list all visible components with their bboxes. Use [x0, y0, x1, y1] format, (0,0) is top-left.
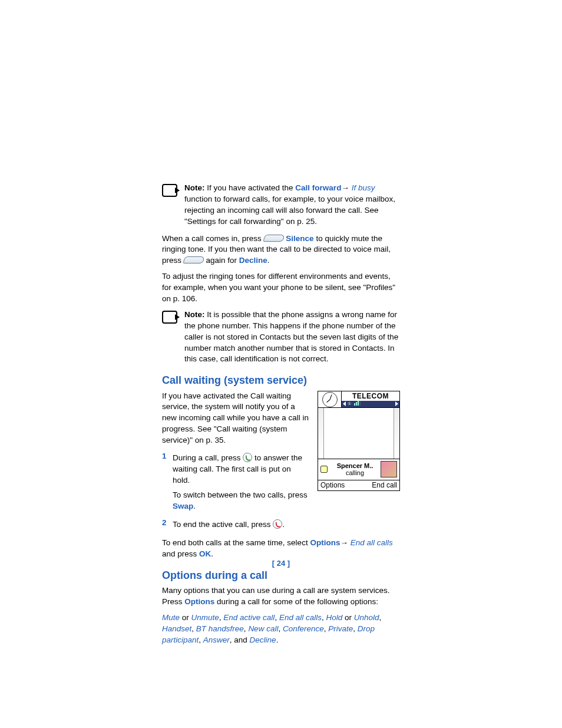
decline-link[interactable]: Decline	[239, 256, 267, 265]
step-1: 1 During a call, press to answer the wai…	[162, 451, 309, 515]
end-both-calls: To end both calls at the same time, sele…	[162, 538, 400, 560]
call-waiting-section: TELECOM ① Spencer M.. calling	[162, 391, 400, 538]
page-content: Note: If you have activated the Call for…	[162, 183, 400, 646]
option-hold[interactable]: Hold	[326, 613, 342, 622]
softkey-left[interactable]: Options	[320, 480, 345, 490]
call-status-icon	[320, 466, 328, 473]
caller-row: Spencer M.. calling	[318, 459, 399, 480]
heading-options-during-call: Options during a call	[162, 568, 400, 583]
phone-screenshot: TELECOM ① Spencer M.. calling	[318, 391, 400, 491]
option-private[interactable]: Private	[328, 624, 353, 633]
operator-title: TELECOM	[342, 391, 399, 401]
heading-call-waiting: Call waiting (system service)	[162, 373, 400, 388]
note-label: Note:	[184, 310, 205, 319]
option-end-all[interactable]: End all calls	[279, 613, 322, 622]
left-arrow-icon	[343, 401, 346, 406]
softkey-right[interactable]: End call	[372, 480, 397, 490]
note-block-2: Note: It is possible that the phone assi…	[162, 309, 400, 365]
call-forward-link[interactable]: Call forward	[295, 183, 341, 192]
note-block-1: Note: If you have activated the Call for…	[162, 183, 400, 228]
options-list: Mute or Unmute, End active call, End all…	[162, 612, 400, 646]
softkey-icon	[263, 235, 285, 242]
option-mute[interactable]: Mute	[162, 613, 180, 622]
page-number: [ 24 ]	[0, 558, 562, 569]
options-intro: Many options that you can use during a c…	[162, 585, 400, 608]
end-all-calls-link[interactable]: End all calls	[351, 538, 393, 547]
option-handset[interactable]: Handset	[162, 624, 191, 633]
note-icon	[162, 184, 177, 197]
option-unmute[interactable]: Unmute	[191, 613, 219, 622]
silence-link[interactable]: Silence	[286, 234, 313, 243]
option-conference[interactable]: Conference	[283, 624, 324, 633]
option-decline[interactable]: Decline	[250, 635, 276, 644]
paragraph-profiles: To adjust the ringing tones for differen…	[162, 271, 400, 305]
caller-thumbnail	[381, 461, 397, 477]
right-arrow-icon	[395, 401, 398, 406]
softkey-icon	[183, 256, 204, 263]
step-2: 2 To end the active call, press .	[162, 518, 400, 534]
if-busy-link[interactable]: If busy	[352, 183, 375, 192]
caller-status: calling	[329, 469, 381, 476]
swap-link[interactable]: Swap	[173, 502, 193, 510]
clock-icon	[318, 391, 342, 407]
status-bar: ①	[342, 401, 399, 407]
caller-name: Spencer M..	[329, 462, 381, 469]
note-label: Note:	[184, 183, 205, 192]
note-icon	[162, 311, 177, 324]
answer-key-icon	[243, 453, 252, 462]
end-key-icon	[273, 519, 282, 529]
option-end-active[interactable]: End active call	[223, 613, 275, 622]
note-text-1: Note: If you have activated the Call for…	[184, 183, 400, 228]
option-unhold[interactable]: Unhold	[354, 613, 379, 622]
option-bt-handsfree[interactable]: BT handsfree	[196, 624, 244, 633]
signal-bar	[318, 408, 324, 459]
options-link[interactable]: Options	[310, 538, 340, 547]
option-new-call[interactable]: New call	[248, 624, 278, 633]
paragraph-silence: When a call comes in, press Silence to q…	[162, 233, 400, 267]
signal-icon	[354, 401, 361, 407]
battery-bar	[394, 408, 399, 459]
ok-link[interactable]: OK	[199, 549, 211, 558]
note-text-2: Note: It is possible that the phone assi…	[184, 309, 400, 365]
option-answer[interactable]: Answer	[203, 635, 230, 644]
options-link[interactable]: Options	[184, 597, 214, 606]
